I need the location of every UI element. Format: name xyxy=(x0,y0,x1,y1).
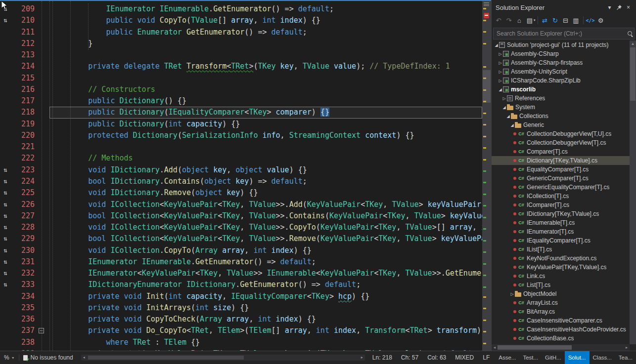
code-line[interactable]: ⇅225 void IDictionary.Remove(object key)… xyxy=(0,187,482,199)
code-text[interactable]: private delegate TRet Transform<TRet>(TK… xyxy=(49,61,482,72)
line-number[interactable]: 235 xyxy=(15,302,37,314)
code-line[interactable]: 214 private delegate TRet Transform<TRet… xyxy=(0,61,482,72)
glyph-margin[interactable] xyxy=(0,153,15,164)
back-button[interactable]: ↶ xyxy=(494,15,503,25)
code-line[interactable]: 238 where TRet : TElem {} xyxy=(0,337,482,348)
code-line[interactable]: 220 protected Dictionary(SerializationIn… xyxy=(0,130,482,141)
line-number[interactable]: 231 xyxy=(15,256,37,268)
window-menu-icon[interactable]: ▾ xyxy=(605,3,614,12)
reference-glyph-icon[interactable]: ⇅ xyxy=(0,187,15,199)
code-lines[interactable]: ⇅209 IEnumerator IEnumerable.GetEnumerat… xyxy=(0,1,482,351)
zoom-control[interactable]: % ▼ xyxy=(4,354,15,361)
code-line[interactable]: ⇅223 void IDictionary.Add(object key, ob… xyxy=(0,164,482,176)
collapse-all-button[interactable]: ⊟ xyxy=(561,15,571,25)
scrollbar-thumb[interactable] xyxy=(498,345,572,350)
tree-item[interactable]: C#IList[T].cs xyxy=(492,245,630,254)
line-number[interactable]: 210 xyxy=(15,15,37,26)
chevron-down-icon[interactable]: ▾ xyxy=(534,18,536,22)
code-line[interactable]: 212 } xyxy=(0,38,482,49)
tree-item[interactable]: C#ArrayList.cs xyxy=(492,298,630,307)
fold-margin[interactable] xyxy=(37,199,49,210)
fold-margin[interactable] xyxy=(37,141,49,153)
code-line[interactable]: 215 xyxy=(0,73,482,84)
fold-margin[interactable] xyxy=(37,222,49,233)
line-number[interactable]: 238 xyxy=(15,337,37,348)
tree-expander-icon[interactable]: ▷ xyxy=(509,292,515,296)
tree-item[interactable]: C#BitArray.cs xyxy=(492,307,630,316)
reference-glyph-icon[interactable]: ⇅ xyxy=(0,245,15,256)
code-text[interactable]: protected Dictionary(SerializationInfo i… xyxy=(49,130,482,141)
code-line[interactable]: ⇅224 bool IDictionary.Contains(object ke… xyxy=(0,176,482,187)
reference-glyph-icon[interactable]: ⇅ xyxy=(0,279,15,290)
line-number[interactable]: 236 xyxy=(15,314,37,325)
panel-tab[interactable]: Solut... xyxy=(565,351,590,364)
tree-item[interactable]: C#Link.cs xyxy=(492,272,630,281)
fold-margin[interactable] xyxy=(37,119,49,130)
code-line[interactable]: ⇅232 IEnumerator<KeyValuePair<TKey, TVal… xyxy=(0,268,482,279)
tree-horizontal-scrollbar[interactable]: ◂ ▸ xyxy=(492,344,630,351)
tree-item[interactable]: C#IEqualityComparer[T].cs xyxy=(492,236,630,245)
line-number[interactable]: 215 xyxy=(15,73,37,84)
reference-glyph-icon[interactable]: ⇅ xyxy=(0,268,15,279)
code-editor[interactable]: ⇅209 IEnumerator IEnumerable.GetEnumerat… xyxy=(0,0,491,351)
panel-tab[interactable]: Test... xyxy=(519,351,542,364)
glyph-margin[interactable] xyxy=(0,302,15,314)
tree-item[interactable]: C#KeyValuePair[TKey,TValue].cs xyxy=(492,263,630,272)
code-text[interactable]: bool ICollection<KeyValuePair<TKey, TVal… xyxy=(49,210,482,222)
scroll-left-arrow-icon[interactable]: ◂ xyxy=(81,355,87,360)
tree-expander-icon[interactable]: ◢ xyxy=(509,123,515,127)
code-line[interactable]: 235 private void InitArrays(int size) {} xyxy=(0,302,482,314)
line-number[interactable]: 222 xyxy=(15,153,37,164)
tree-item[interactable]: C#EqualityComparer[T].cs xyxy=(492,165,630,174)
splitter-grip-icon[interactable] xyxy=(484,2,489,7)
glyph-margin[interactable] xyxy=(0,107,15,118)
glyph-margin[interactable] xyxy=(0,38,15,49)
glyph-margin[interactable] xyxy=(0,27,15,38)
tree-item[interactable]: C#GenericEqualityComparer[T].cs xyxy=(492,183,630,192)
line-number[interactable]: 218 xyxy=(15,107,37,118)
tree-item[interactable]: ◢Collections xyxy=(492,112,630,121)
code-line[interactable]: ⇅209 IEnumerator IEnumerable.GetEnumerat… xyxy=(0,3,482,15)
fold-margin[interactable] xyxy=(37,130,49,141)
code-line[interactable]: 239 private static KeyValuePair<TKey, TV… xyxy=(0,348,482,351)
editor-vertical-scrollbar[interactable] xyxy=(482,1,491,351)
code-line[interactable]: ⇅233 IDictionaryEnumerator IDictionary.G… xyxy=(0,279,482,290)
scrollbar-thumb[interactable] xyxy=(630,47,636,101)
line-number[interactable]: 224 xyxy=(15,176,37,187)
refresh-button[interactable]: ↻ xyxy=(550,15,560,25)
code-health-indicator[interactable]: No issues found xyxy=(23,354,73,361)
fold-margin[interactable] xyxy=(37,268,49,279)
glyph-margin[interactable] xyxy=(0,314,15,325)
fold-margin[interactable] xyxy=(37,61,49,72)
tree-expander-icon[interactable]: ▷ xyxy=(498,61,503,65)
code-text[interactable]: void ICollection<KeyValuePair<TKey, TVal… xyxy=(49,199,482,210)
tree-item[interactable]: ◢Generic xyxy=(492,121,630,129)
fold-margin[interactable] xyxy=(37,302,49,314)
code-text[interactable] xyxy=(49,141,482,153)
code-line[interactable]: 211 public Enumerator GetEnumerator() =>… xyxy=(0,27,482,38)
glyph-margin[interactable] xyxy=(0,119,15,130)
code-text[interactable]: IEnumerator IEnumerable.GetEnumerator() … xyxy=(49,256,482,268)
code-text[interactable]: public Dictionary(IEqualityComparer<TKey… xyxy=(49,107,482,118)
tree-item[interactable]: C#CollectionDebuggerView[T].cs xyxy=(492,138,630,147)
fold-margin[interactable] xyxy=(37,256,49,268)
code-line[interactable]: 218 public Dictionary(IEqualityComparer<… xyxy=(0,107,482,118)
fold-margin[interactable] xyxy=(37,314,49,325)
tree-item[interactable]: C#CollectionDebuggerView[T,U].cs xyxy=(492,129,630,138)
code-text[interactable]: bool ICollection<KeyValuePair<TKey, TVal… xyxy=(49,233,482,244)
panel-tab[interactable]: GitH... xyxy=(542,351,565,364)
tree-item[interactable]: ◢Solution 'project-gui' (11 of 11 projec… xyxy=(492,40,630,49)
tree-vertical-scrollbar[interactable]: ▲ xyxy=(630,40,636,344)
line-number[interactable]: 230 xyxy=(15,245,37,256)
line-number[interactable]: 209 xyxy=(15,3,37,15)
line-number[interactable]: 212 xyxy=(15,38,37,49)
tree-expander-icon[interactable]: ◢ xyxy=(505,114,511,119)
fold-margin[interactable] xyxy=(37,27,49,38)
panel-tab[interactable]: Tea... xyxy=(615,351,636,364)
tree-item[interactable]: C#CaseInsensitiveHashCodeProvider.cs xyxy=(492,325,630,334)
glyph-margin[interactable] xyxy=(0,61,15,72)
fold-margin[interactable] xyxy=(37,15,49,26)
panel-title-bar[interactable]: Solution Explorer ▾ × xyxy=(492,0,636,14)
editor-horizontal-scrollbar[interactable]: ◂ ▸ xyxy=(81,355,365,361)
tree-item[interactable]: ▷ObjectModel xyxy=(492,289,630,298)
